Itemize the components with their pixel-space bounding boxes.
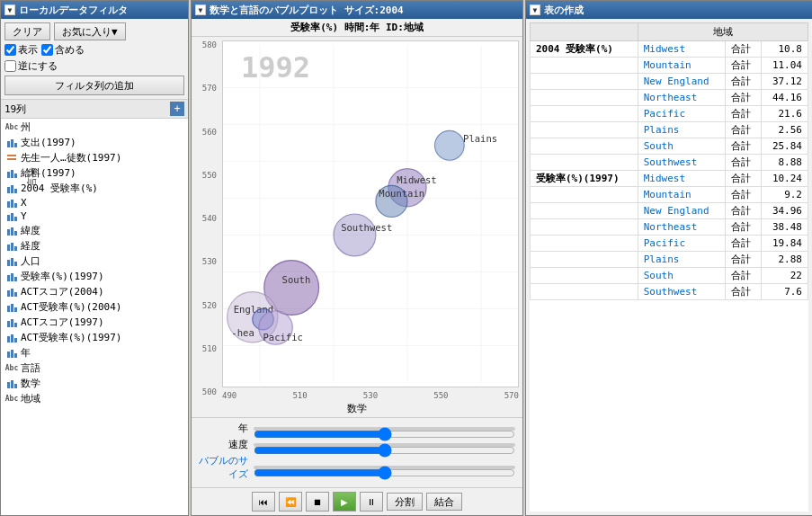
add-column-icon[interactable]: +	[170, 102, 184, 116]
column-item-12[interactable]: ACT受験率(%)(2004)	[1, 299, 188, 315]
step-back-button[interactable]: ⏪	[279, 492, 302, 512]
column-item-10[interactable]: 受験率(%)(1997)	[1, 269, 188, 284]
column-item-0[interactable]: Abc州	[1, 120, 188, 135]
show-checkbox[interactable]	[4, 44, 16, 56]
column-item-6[interactable]: Y	[1, 209, 188, 223]
col-icon-11	[6, 287, 17, 298]
cell-row-header-12	[531, 236, 638, 252]
column-item-2[interactable]: 先生一人…徒数(1997)	[1, 150, 188, 165]
cell-region-0: Midwest	[638, 41, 725, 58]
include-checkbox[interactable]	[41, 44, 53, 56]
favorites-button[interactable]: お気に入り▼	[54, 22, 126, 40]
cell-region-8: Midwest	[638, 171, 725, 187]
cell-value-2: 37.12	[761, 74, 808, 90]
column-item-18[interactable]: Abc地域	[1, 391, 188, 406]
col-icon-5	[6, 198, 17, 209]
column-item-17[interactable]: 数学	[1, 376, 188, 391]
chart-main-title: 数学と言語のバブルプロット サイズ:2004	[210, 4, 404, 17]
cell-label-7: 合計	[726, 155, 762, 171]
svg-rect-38	[7, 336, 10, 343]
column-item-14[interactable]: ACT受験率(%)(1997)	[1, 330, 188, 345]
column-item-8[interactable]: 経度	[1, 238, 188, 254]
pause-button[interactable]: ⏸	[360, 492, 383, 512]
year-slider[interactable]	[254, 427, 515, 441]
svg-rect-14	[7, 215, 10, 221]
cell-row-header-2	[531, 74, 638, 90]
invert-checkbox[interactable]	[4, 60, 16, 72]
columns-header-row: 19列 +	[1, 100, 188, 119]
column-item-15[interactable]: 年	[1, 345, 188, 360]
split-button[interactable]: 分割	[387, 493, 423, 511]
col-header-region: 地域	[638, 23, 808, 41]
stop-button[interactable]: ⏹	[306, 492, 329, 512]
cell-region-15: Southwest	[638, 284, 725, 300]
bubble-size-label: バブルのサイズ	[199, 454, 248, 481]
data-table: 地域 2004 受験率(%)Midwest合計10.8Mountain合計11.…	[530, 22, 808, 300]
column-item-7[interactable]: 緯度	[1, 223, 188, 238]
svg-rect-0	[7, 141, 10, 147]
col-label-14: ACT受験率(%)(1997)	[21, 331, 121, 344]
combine-button[interactable]: 結合	[426, 493, 462, 511]
svg-rect-37	[14, 323, 17, 327]
svg-rect-43	[14, 353, 17, 358]
speed-slider[interactable]	[254, 443, 515, 458]
svg-rect-12	[11, 200, 13, 208]
column-item-1[interactable]: 支出(1997)	[1, 135, 188, 150]
column-item-3[interactable]: 給料(1997)	[1, 165, 188, 181]
cell-region-11: Northeast	[638, 219, 725, 236]
top-buttons: クリア お気に入り▼	[4, 22, 184, 40]
add-filter-button[interactable]: フィルタ列の追加	[4, 76, 184, 95]
table-row-0: 2004 受験率(%)Midwest合計10.8	[531, 41, 808, 58]
table-row-9: Mountain合計9.2	[531, 187, 808, 203]
svg-rect-22	[14, 246, 17, 251]
svg-rect-2	[14, 143, 17, 147]
right-panel-title: 表の作成	[544, 4, 584, 17]
cell-value-6: 25.84	[761, 138, 808, 155]
include-checkbox-label[interactable]: 含める	[41, 43, 85, 57]
column-item-5[interactable]: X	[1, 196, 188, 209]
chart-canvas[interactable]: 1992	[222, 40, 519, 387]
cell-label-3: 合計	[726, 90, 762, 106]
cell-label-10: 合計	[726, 203, 762, 219]
col-icon-7	[6, 226, 17, 236]
y-axis: 580 570 560 550 540 530 520 510 500	[192, 37, 219, 400]
column-item-16[interactable]: Abc言語	[1, 360, 188, 376]
bubble-plains[interactable]	[434, 130, 464, 160]
collapse-icon[interactable]: ▼	[4, 4, 15, 15]
col-icon-14	[6, 333, 17, 343]
svg-rect-25	[14, 262, 17, 266]
right-collapse-icon[interactable]: ▼	[530, 4, 540, 15]
left-panel-title: ローカルデータフィルタ	[19, 4, 128, 17]
middle-collapse-icon[interactable]: ▼	[195, 4, 206, 15]
table-row-2: New England合計37.12	[531, 74, 808, 90]
table-row-6: South合計25.84	[531, 138, 808, 155]
clear-button[interactable]: クリア	[4, 22, 50, 40]
table-row-12: Pacific合計19.84	[531, 236, 808, 252]
cell-label-14: 合計	[726, 268, 762, 284]
column-item-9[interactable]: 人口	[1, 254, 188, 269]
table-row-1: Mountain合計11.04	[531, 58, 808, 74]
cell-label-13: 合計	[726, 252, 762, 268]
svg-rect-36	[11, 319, 13, 327]
col-label-13: ACTスコア(1997)	[21, 316, 104, 329]
invert-checkbox-label[interactable]: 逆にする	[4, 59, 58, 73]
svg-rect-21	[11, 243, 13, 251]
column-item-13[interactable]: ACTスコア(1997)	[1, 315, 188, 330]
svg-rect-15	[11, 213, 13, 221]
cell-label-2: 合計	[726, 74, 762, 90]
bubble-chart-svg: Plains Midwest Mountain Southwest South	[223, 41, 518, 387]
rewind-start-button[interactable]: ⏮	[252, 492, 275, 512]
show-include-row: 表示 含める	[4, 43, 184, 57]
play-button[interactable]: ▶	[333, 492, 356, 512]
year-slider-label: 年	[199, 422, 248, 435]
col-label-4: 2004 受験率(%)	[21, 182, 98, 195]
column-item-4[interactable]: 2004 受験率(%)	[1, 181, 188, 196]
show-checkbox-label[interactable]: 表示	[4, 43, 38, 57]
cell-value-1: 11.04	[761, 58, 808, 74]
cell-row-header-7	[531, 155, 638, 171]
svg-rect-24	[11, 258, 13, 266]
bubble-size-slider[interactable]	[254, 466, 515, 480]
column-item-11[interactable]: ACTスコア(2004)	[1, 284, 188, 299]
bubble-southwest[interactable]	[334, 214, 376, 256]
filter-controls: クリア お気に入り▼ 表示 含める 逆にする フィルタ列の追加	[1, 19, 188, 100]
